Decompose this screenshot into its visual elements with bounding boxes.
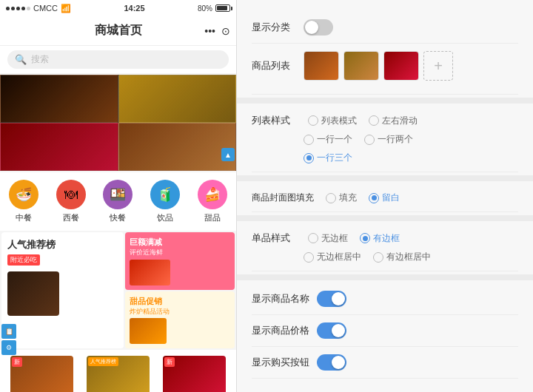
list-style-group-2: 一行一个 一行两个 — [252, 133, 413, 146]
promo-right-bottom[interactable]: 甜品促销 炸炉精品活动 — [125, 291, 235, 348]
item-style-row: 单品样式 无边框 有边框 无边框居中 有边框居中 — [252, 224, 518, 271]
category-item-2[interactable]: 🍱 快餐 — [103, 180, 133, 223]
product-list-label: 商品列表 — [252, 59, 296, 72]
cat-label-0: 中餐 — [16, 212, 32, 223]
scroll-up-btn[interactable]: ▲ — [221, 148, 235, 161]
product-thumb-0[interactable] — [304, 51, 339, 81]
categories: 🍜 中餐 🍽 西餐 🍱 快餐 🧃 饮品 🍰 甜品 — [0, 172, 236, 231]
phone-preview: CMCC 📶 14:25 80% 商城首页 ••• ⊙ — [0, 0, 237, 392]
show-price-toggle[interactable] — [317, 322, 346, 339]
cat-icon-2: 🍱 — [103, 180, 133, 209]
prod-img-1: 人气推荐榜 — [87, 356, 150, 392]
radio-text-4: 一行三个 — [317, 152, 352, 164]
product-thumb-1[interactable] — [343, 51, 379, 81]
show-name-toggle[interactable] — [317, 291, 346, 307]
radio-text-2: 一行一个 — [317, 133, 352, 146]
nav-bar: 商城首页 ••• ⊙ — [0, 16, 236, 46]
product-grid-inner: 新 火锅 人气推荐榜 肉煲 新 火锅 — [6, 356, 230, 392]
list-style-option-2[interactable]: 一行一个 — [304, 133, 352, 146]
promo-right-top[interactable]: 巨额满减 评价近海鲜 — [125, 232, 235, 290]
item-style-option-3[interactable]: 有边框居中 — [373, 251, 431, 263]
sidebar-icon-1[interactable]: ⚙ — [1, 340, 16, 355]
show-category-label: 显示分类 — [252, 21, 296, 34]
promo-left-img — [7, 271, 59, 316]
show-price-row: 显示商品价格 — [252, 315, 518, 347]
show-name-row: 显示商品名称 — [252, 283, 518, 315]
cat-icon-4: 🍰 — [198, 180, 227, 209]
carrier-label: CMCC — [33, 4, 58, 13]
category-item-1[interactable]: 🍽 西餐 — [56, 180, 86, 223]
list-style-row: 列表样式 列表模式 左右滑动 一行一个 一行两个 一行三个 — [252, 107, 518, 172]
sidebar-icon-0[interactable]: 📋 — [1, 324, 16, 339]
prod-img-0: 新 — [10, 356, 73, 392]
product-thumb-list: + — [304, 51, 453, 81]
category-item-3[interactable]: 🧃 饮品 — [150, 180, 180, 223]
product-thumb-2[interactable] — [383, 51, 419, 81]
status-bar: CMCC 📶 14:25 80% — [0, 0, 236, 16]
list-style-group-3: 一行三个 — [252, 152, 352, 164]
list-style-group: 列表样式 列表模式 左右滑动 — [252, 114, 418, 127]
product-grid: 新 火锅 人气推荐榜 肉煲 新 火锅 — [0, 350, 236, 392]
nav-icons: ••• ⊙ — [204, 25, 230, 37]
promo-rb-img — [130, 318, 167, 344]
list-style-option-1[interactable]: 左右滑动 — [369, 115, 418, 127]
item-style-group-2: 无边框居中 有边框居中 — [252, 251, 431, 263]
divider-2 — [237, 175, 533, 181]
cat-label-3: 饮品 — [157, 212, 173, 223]
item-style-option-2[interactable]: 无边框居中 — [304, 251, 361, 263]
prod-img-2: 新 — [163, 356, 226, 392]
promo-left-title: 人气推荐榜 — [7, 238, 118, 251]
product-item-2[interactable]: 新 火锅 — [158, 356, 230, 392]
promo-left[interactable]: 人气推荐榜 附近必吃 — [1, 232, 124, 348]
show-buy-btn-toggle[interactable] — [317, 354, 346, 371]
radio-circle-3 — [364, 135, 375, 145]
cover-fill-text-1: 留白 — [382, 192, 400, 204]
radio-circle-0 — [308, 115, 318, 126]
category-item-0[interactable]: 🍜 中餐 — [9, 180, 38, 223]
cover-fill-text-0: 填充 — [339, 192, 357, 204]
cover-fill-radio-1 — [369, 193, 379, 203]
phone-sidebar: 📋 ⚙ — [1, 324, 16, 355]
prod-badge-2: 新 — [164, 357, 175, 367]
search-placeholder: 搜索 — [31, 53, 49, 66]
product-list-row: 商品列表 + — [252, 44, 518, 95]
promo-section: 人气推荐榜 附近必吃 巨额满减 评价近海鲜 甜品促销 炸炉精品活动 — [0, 232, 236, 348]
prod-badge-0: 新 — [12, 357, 22, 367]
category-item-4[interactable]: 🍰 甜品 — [198, 180, 227, 223]
list-style-option-0[interactable]: 列表模式 — [308, 115, 357, 127]
divider-1 — [237, 98, 533, 104]
search-input[interactable]: 🔍 搜索 — [7, 50, 229, 69]
product-item-1[interactable]: 人气推荐榜 肉煲 — [82, 356, 154, 392]
item-style-text-0: 无边框 — [321, 232, 348, 245]
item-style-option-1[interactable]: 有边框 — [360, 232, 400, 245]
target-icon[interactable]: ⊙ — [221, 25, 230, 37]
battery-pct: 80% — [198, 4, 212, 13]
item-style-radio-3 — [373, 252, 383, 263]
cat-label-4: 甜品 — [204, 212, 221, 223]
promo-right: 巨额满减 评价近海鲜 甜品促销 炸炉精品活动 — [125, 232, 235, 348]
item-style-option-0[interactable]: 无边框 — [308, 232, 348, 245]
cover-fill-option-1[interactable]: 留白 — [369, 192, 400, 204]
promo-rt-sub: 评价近海鲜 — [130, 248, 231, 257]
cat-label-2: 快餐 — [110, 212, 126, 223]
item-style-text-3: 有边框居中 — [386, 251, 431, 263]
show-buy-btn-label: 显示购买按钮 — [252, 356, 309, 369]
item-style-radio-1 — [360, 233, 370, 243]
prod-badge-1: 人气推荐榜 — [88, 357, 118, 366]
show-category-row: 显示分类 — [252, 12, 518, 44]
item-style-label: 单品样式 — [252, 232, 296, 245]
cover-fill-label: 商品封面图填充 — [252, 192, 318, 204]
promo-rb-sub: 炸炉精品活动 — [130, 307, 231, 317]
show-category-toggle[interactable] — [304, 19, 333, 36]
item-style-radio-2 — [304, 252, 314, 263]
cat-icon-0: 🍜 — [9, 180, 38, 209]
list-style-option-4[interactable]: 一行三个 — [304, 152, 352, 164]
cover-fill-option-0[interactable]: 填充 — [326, 192, 357, 204]
add-product-thumb[interactable]: + — [423, 51, 453, 81]
product-item-0[interactable]: 新 火锅 — [6, 356, 78, 392]
more-icon[interactable]: ••• — [204, 25, 215, 37]
cat-label-1: 西餐 — [63, 212, 79, 223]
item-style-text-2: 无边框居中 — [317, 251, 361, 263]
time-label: 14:25 — [124, 4, 144, 13]
list-style-option-3[interactable]: 一行两个 — [364, 133, 413, 146]
